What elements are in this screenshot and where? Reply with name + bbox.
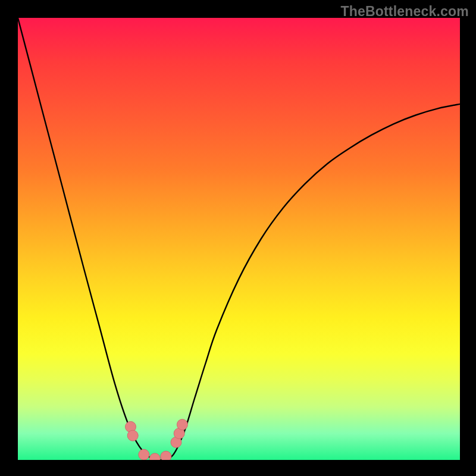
bottleneck-curve: [18, 18, 460, 460]
marker-point: [149, 453, 160, 460]
marker-point: [177, 419, 187, 430]
marker-point: [127, 430, 138, 441]
watermark-text: TheBottleneck.com: [340, 4, 469, 20]
bottleneck-chart-svg: [18, 18, 460, 460]
marker-point: [161, 451, 171, 460]
marker-point: [139, 449, 149, 460]
plot-area: [18, 18, 460, 460]
chart-frame: TheBottleneck.com: [0, 0, 476, 476]
highlighted-points-group: [126, 419, 188, 460]
